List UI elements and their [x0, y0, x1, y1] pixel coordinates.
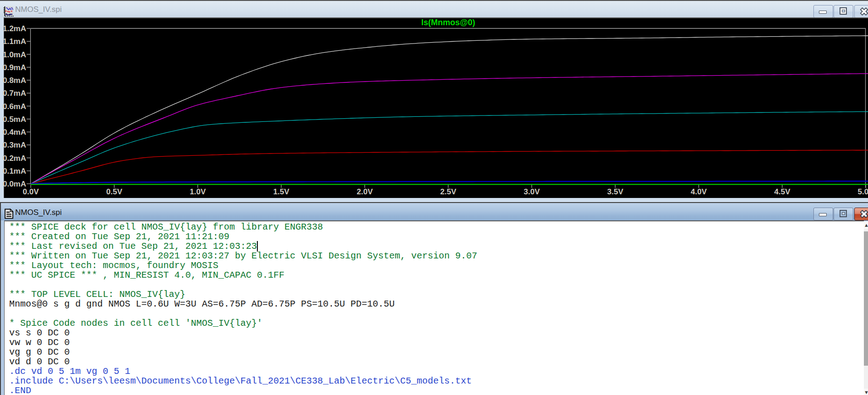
svg-text:1.0mA: 1.0mA	[3, 50, 26, 59]
svg-text:1.2mA: 1.2mA	[3, 24, 26, 33]
svg-text:0.9mA: 0.9mA	[3, 63, 26, 72]
svg-text:3.0V: 3.0V	[524, 187, 540, 196]
svg-text:0.4mA: 0.4mA	[3, 128, 26, 137]
svg-text:0.5V: 0.5V	[106, 187, 123, 196]
svg-text:5.0V: 5.0V	[858, 187, 868, 196]
svg-text:0.7mA: 0.7mA	[3, 89, 26, 98]
svg-text:0.2mA: 0.2mA	[3, 154, 26, 163]
svg-text:0.3mA: 0.3mA	[3, 141, 26, 149]
svg-text:1.0V: 1.0V	[190, 187, 206, 196]
svg-text:0.8mA: 0.8mA	[3, 76, 26, 85]
svg-text:0.6mA: 0.6mA	[3, 102, 26, 111]
svg-text:Is(Mnmos@0): Is(Mnmos@0)	[421, 18, 475, 27]
svg-text:4.5V: 4.5V	[774, 187, 791, 196]
svg-text:3.5V: 3.5V	[607, 187, 624, 196]
svg-text:2.5V: 2.5V	[440, 187, 457, 196]
svg-text:2.0V: 2.0V	[357, 187, 373, 196]
svg-text:0.0V: 0.0V	[23, 187, 39, 196]
svg-text:1.5V: 1.5V	[273, 187, 290, 196]
svg-text:0.5mA: 0.5mA	[3, 115, 26, 124]
svg-text:4.0V: 4.0V	[691, 187, 707, 196]
svg-text:1.1mA: 1.1mA	[3, 37, 26, 46]
svg-text:0.1mA: 0.1mA	[3, 167, 26, 176]
